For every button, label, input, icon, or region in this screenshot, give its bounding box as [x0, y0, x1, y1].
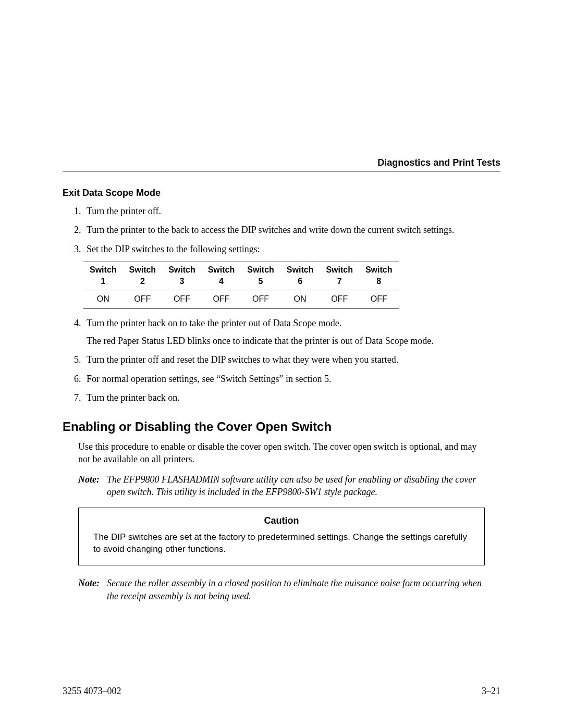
col-head-8-word: Switch: [359, 262, 399, 276]
caution-body: The DIP switches are set at the factory …: [93, 532, 470, 556]
step-3: Set the DIP switches to the following se…: [83, 243, 500, 255]
step-6: For normal operation settings, see “Swit…: [83, 373, 500, 385]
dip-switch-table: Switch Switch Switch Switch Switch Switc…: [83, 262, 399, 309]
cell-3: OFF: [162, 290, 202, 308]
cell-6: ON: [280, 290, 320, 308]
col-head-2-num: 2: [123, 276, 163, 290]
note-roller: Note: Secure the roller assembly in a cl…: [78, 577, 485, 602]
step-5: Turn the printer off and reset the DIP s…: [83, 353, 500, 366]
cell-1: ON: [83, 290, 123, 308]
note-flashadmin: Note: The EFP9800 FLASHADMIN software ut…: [78, 473, 485, 499]
footer-doc-number: 3255 4073–002: [63, 686, 121, 697]
col-head-8-num: 8: [359, 276, 399, 290]
exit-steps-list: Turn the printer off. Turn the printer t…: [83, 205, 500, 255]
col-head-1-num: 1: [83, 276, 123, 290]
step-4: Turn the printer back on to take the pri…: [83, 317, 500, 348]
col-head-4-word: Switch: [202, 262, 241, 276]
cell-7: OFF: [320, 290, 359, 308]
cell-2: OFF: [123, 290, 163, 308]
caution-box: Caution The DIP switches are set at the …: [78, 508, 485, 565]
step-1: Turn the printer off.: [83, 205, 500, 217]
step-2: Turn the printer to the back to access t…: [83, 224, 500, 236]
cell-5: OFF: [241, 290, 280, 308]
exit-steps-list-cont: Turn the printer back on to take the pri…: [83, 317, 500, 404]
caution-title: Caution: [93, 515, 470, 526]
col-head-1-word: Switch: [83, 262, 123, 276]
cover-open-switch-heading: Enabling or Disabling the Cover Open Swi…: [63, 419, 500, 434]
content-area: Exit Data Scope Mode Turn the printer of…: [63, 188, 500, 602]
col-head-7-num: 7: [320, 276, 359, 290]
col-head-6-num: 6: [280, 276, 320, 290]
footer-page-number: 3–21: [482, 686, 500, 697]
exit-data-scope-heading: Exit Data Scope Mode: [63, 188, 500, 199]
header-rule: [63, 171, 500, 171]
step-4-text: Turn the printer back on to take the pri…: [87, 318, 341, 328]
note-label: Note:: [78, 473, 100, 499]
cell-8: OFF: [359, 290, 399, 308]
step-7: Turn the printer back on.: [83, 391, 500, 404]
col-head-7-word: Switch: [320, 262, 359, 276]
cell-4: OFF: [202, 290, 241, 308]
page-footer: 3255 4073–002 3–21: [63, 686, 500, 697]
col-head-3-num: 3: [162, 276, 202, 290]
col-head-3-word: Switch: [162, 262, 202, 276]
page: Diagnostics and Print Tests Exit Data Sc…: [0, 0, 563, 728]
note-text: The EFP9800 FLASHADMIN software utility …: [107, 473, 485, 499]
note-text-2: Secure the roller assembly in a closed p…: [107, 577, 485, 602]
cover-open-intro: Use this procedure to enable or disable …: [78, 440, 485, 466]
step-4-follow: The red Paper Status LED blinks once to …: [87, 335, 500, 347]
col-head-6-word: Switch: [280, 262, 320, 276]
col-head-5-word: Switch: [241, 262, 280, 276]
col-head-2-word: Switch: [123, 262, 163, 276]
col-head-4-num: 4: [202, 276, 241, 290]
running-header: Diagnostics and Print Tests: [377, 157, 500, 168]
note-label-2: Note:: [78, 577, 100, 602]
col-head-5-num: 5: [241, 276, 280, 290]
